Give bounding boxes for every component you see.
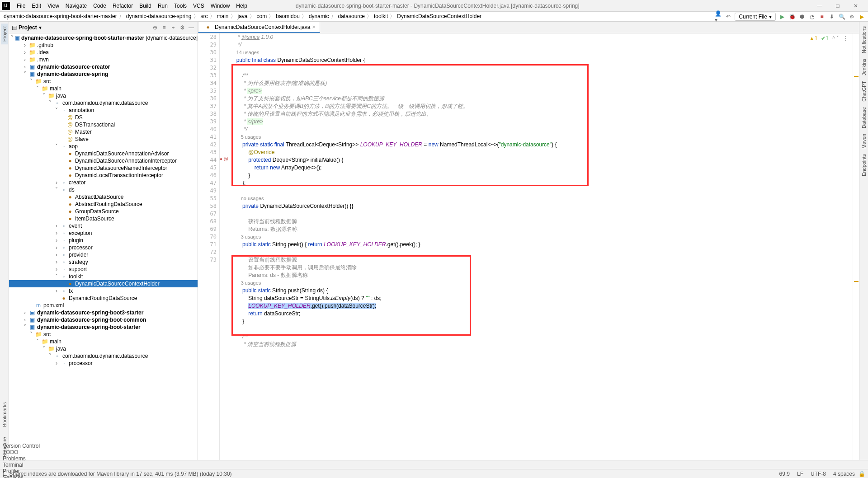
tree-item[interactable]: ●AbstractRoutingDataSource: [9, 201, 198, 208]
menu-tools[interactable]: Tools: [171, 2, 190, 10]
tree-item[interactable]: ˅📁src: [9, 78, 198, 85]
tree-item[interactable]: ●DynamicDataSourceAnnotationAdvisor: [9, 150, 198, 157]
tree-item[interactable]: ●DynamicLocalTransactionInterceptor: [9, 172, 198, 179]
expand-icon[interactable]: ≡: [160, 24, 168, 31]
tree-item[interactable]: ›📁.mvn: [9, 56, 198, 63]
tree-root[interactable]: ˅▣ dynamic-datasource-spring-boot-starte…: [9, 34, 198, 42]
close-tab-icon[interactable]: ×: [312, 24, 315, 30]
stop-icon[interactable]: ■: [818, 13, 826, 20]
menu-run[interactable]: Run: [155, 2, 171, 10]
gift-icon[interactable]: ▶: [858, 13, 865, 20]
menu-navigate[interactable]: Navigate: [62, 2, 90, 10]
menu-help[interactable]: Help: [233, 2, 250, 10]
tree-item[interactable]: ›▫event: [9, 222, 198, 230]
tree-item[interactable]: ˅▣dynamic-datasource-spring-boot-starter: [9, 323, 198, 331]
breadcrumb-item[interactable]: dynamic-datasource-spring: [125, 13, 193, 19]
tree-item[interactable]: ›▫creator: [9, 179, 198, 186]
hide-icon[interactable]: —: [188, 24, 195, 31]
error-stripe[interactable]: [853, 33, 859, 460]
bottom-tab-terminal[interactable]: Terminal: [3, 462, 40, 468]
breadcrumb-item[interactable]: java: [237, 13, 249, 19]
tree-item[interactable]: ●AbstractDataSource: [9, 193, 198, 201]
close-button[interactable]: ✕: [849, 1, 863, 10]
menu-window[interactable]: Window: [208, 2, 233, 10]
menu-edit[interactable]: Edit: [28, 2, 44, 10]
bottom-tab-version-control[interactable]: Version Control: [3, 443, 40, 449]
tree-item[interactable]: ●ItemDataSource: [9, 215, 198, 222]
tree-item[interactable]: ●GroupDataSource: [9, 208, 198, 215]
code-content[interactable]: * @since 1.0.0 */ 14 usages public final…: [230, 33, 859, 460]
menu-code[interactable]: Code: [90, 2, 109, 10]
tree-item[interactable]: ˅📁java: [9, 92, 198, 99]
breadcrumb-item[interactable]: toolkit: [373, 13, 389, 19]
tree-item[interactable]: ›▫support: [9, 266, 198, 273]
right-tab-maven[interactable]: Maven: [860, 131, 868, 151]
project-tree[interactable]: ˅▣ dynamic-datasource-spring-boot-starte…: [9, 33, 198, 460]
search-icon[interactable]: 🔍: [838, 13, 845, 20]
tree-item[interactable]: @Master: [9, 128, 198, 136]
run-icon[interactable]: ▶: [778, 13, 786, 20]
back-icon[interactable]: ↶: [725, 13, 732, 20]
code-editor[interactable]: 28 29 30 31 32 33 34 35 36 37 38 39 40 4…: [198, 33, 859, 460]
settings-gear-icon[interactable]: ⚙: [179, 24, 186, 31]
tree-item[interactable]: ˅▫com.baomidou.dynamic.datasource: [9, 352, 198, 360]
tree-item[interactable]: ˅📁src: [9, 331, 198, 338]
collapse-icon[interactable]: ÷: [170, 24, 177, 31]
bottom-tab-problems[interactable]: Problems: [3, 455, 40, 462]
breadcrumb-item[interactable]: dynamic-datasource-spring-boot-starter-m…: [3, 13, 118, 19]
breadcrumb-item[interactable]: src: [200, 13, 209, 19]
tree-item[interactable]: ›▫processor: [9, 244, 198, 251]
status-indicator[interactable]: LF: [797, 471, 803, 477]
tree-item[interactable]: ›▫exception: [9, 230, 198, 237]
debug-icon[interactable]: 🐞: [788, 13, 796, 20]
breadcrumb-item[interactable]: datasource: [337, 13, 366, 19]
tree-item[interactable]: ●DynamicRoutingDataSource: [9, 295, 198, 302]
tree-item[interactable]: ˅▫toolkit: [9, 273, 198, 280]
tree-item[interactable]: @Slave: [9, 136, 198, 143]
line-gutter[interactable]: 28 29 30 31 32 33 34 35 36 37 38 39 40 4…: [198, 33, 220, 460]
bottom-tab-todo[interactable]: TODO: [3, 449, 40, 455]
tree-item[interactable]: ›▫processor: [9, 360, 198, 367]
run-config-selector[interactable]: Current File▾: [735, 13, 776, 21]
menu-refactor[interactable]: Refactor: [109, 2, 136, 10]
bookmarks-tool-tab[interactable]: Bookmarks: [1, 399, 8, 430]
tree-item[interactable]: ˅▫aop: [9, 143, 198, 150]
right-tab-endpoints[interactable]: Endpoints: [860, 151, 868, 179]
tree-item[interactable]: ●DynamicDataSourceContextHolder: [9, 280, 198, 287]
status-indicator[interactable]: 4 spaces: [833, 471, 855, 477]
tree-item[interactable]: ›▫strategy: [9, 258, 198, 266]
tree-item[interactable]: ˅📁main: [9, 85, 198, 92]
tree-item[interactable]: ˅▫ds: [9, 186, 198, 193]
inspection-widget[interactable]: ▲1 ✔1 ^ ˅ ⋮: [809, 35, 848, 42]
tree-item[interactable]: ˅▣dynamic-datasource-spring: [9, 70, 198, 78]
tree-item[interactable]: mpom.xml: [9, 302, 198, 309]
maximize-button[interactable]: □: [831, 1, 844, 10]
status-icon[interactable]: ☐: [3, 471, 8, 477]
tree-item[interactable]: ˅📁main: [9, 338, 198, 345]
status-indicator[interactable]: UTF-8: [811, 471, 826, 477]
breadcrumb-item[interactable]: main: [216, 13, 230, 19]
right-tab-jenkins[interactable]: Jenkins: [860, 56, 868, 78]
tree-item[interactable]: ›📁.github: [9, 42, 198, 49]
tree-item[interactable]: ›▣dynamic-datasource-creator: [9, 63, 198, 70]
tree-item[interactable]: @DSTransactional: [9, 121, 198, 128]
breadcrumb-item[interactable]: DynamicDataSourceContextHolder: [396, 13, 482, 19]
select-opened-icon[interactable]: ⊕: [151, 24, 159, 31]
tree-item[interactable]: ˅📁java: [9, 345, 198, 352]
coverage-icon[interactable]: ⬢: [798, 13, 806, 20]
breadcrumb-item[interactable]: baomidou: [275, 13, 301, 19]
users-icon[interactable]: 👤▾: [715, 13, 722, 20]
project-tool-tab[interactable]: Project: [1, 23, 8, 44]
tree-item[interactable]: ›▫plugin: [9, 237, 198, 244]
tree-item[interactable]: ›▣dynamic-datasource-spring-boot-common: [9, 316, 198, 323]
menu-build[interactable]: Build: [136, 2, 155, 10]
status-indicator[interactable]: 69:9: [779, 471, 790, 477]
minimize-button[interactable]: —: [813, 1, 826, 10]
tree-item[interactable]: ›▣dynamic-datasource-spring-boot3-starte…: [9, 309, 198, 316]
lock-icon[interactable]: 🔒: [859, 471, 865, 477]
build-icon[interactable]: ⬇: [828, 13, 835, 20]
tree-item[interactable]: ●DynamicDataSourceAnnotationInterceptor: [9, 157, 198, 164]
breadcrumb-item[interactable]: dynamic: [308, 13, 330, 19]
structure-tool-tab[interactable]: Structure: [1, 434, 8, 460]
icon-gutter[interactable]: ● @: [220, 33, 230, 460]
